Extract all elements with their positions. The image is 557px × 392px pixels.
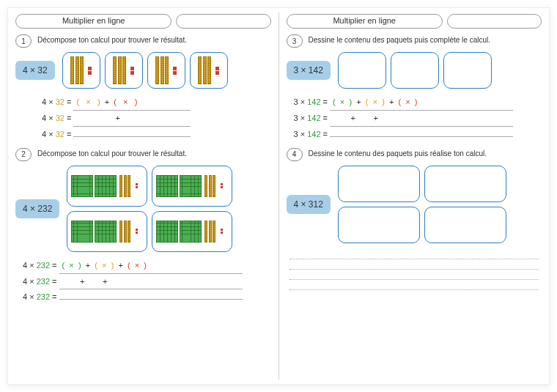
- tens-rods-icon: [70, 56, 84, 84]
- tens-rods-icon: [113, 56, 126, 84]
- exercise-4-problem-row: 4 × 312: [287, 166, 542, 243]
- header-row-right: Multiplier en ligne: [287, 14, 542, 29]
- problem-4-pill: 4 × 312: [287, 195, 331, 214]
- base10-box: [62, 52, 100, 89]
- empty-box[interactable]: [338, 166, 420, 202]
- units-icon: [135, 183, 138, 189]
- tens-rods-icon: [204, 221, 215, 243]
- tens-rods-icon: [198, 56, 211, 84]
- name-field-left[interactable]: [176, 14, 270, 29]
- worksheet: Multiplier en ligne 1 Décompose ton calc…: [7, 7, 550, 385]
- exercise-number-3: 3: [287, 34, 303, 48]
- calc-line: 4 × 232 =: [23, 289, 271, 305]
- exercise-1-problem-row: 4 × 32: [15, 52, 271, 89]
- calc-line: 3 × 142 = + +: [294, 111, 542, 127]
- empty-box[interactable]: [338, 207, 420, 243]
- exercise-1-boxes: [62, 52, 228, 89]
- hundreds-flats-icon: [156, 221, 202, 243]
- calc-line: 3 × 142 = ( × ) + ( × ) + ( × ): [294, 95, 542, 111]
- problem-3-pill: 3 × 142: [287, 61, 331, 80]
- exercise-3-boxes: [338, 52, 492, 89]
- page-left: Multiplier en ligne 1 Décompose ton calc…: [8, 8, 278, 384]
- tens-rods-icon: [119, 221, 130, 243]
- exercise-2-boxes: [67, 166, 243, 252]
- base10-box: [147, 52, 185, 89]
- exercise-2-header: 2 Décompose ton calcul pour trouver le r…: [15, 148, 271, 161]
- exercise-3-instruction: Dessine le contenu des paquets puis comp…: [309, 34, 490, 44]
- problem-2-pill: 4 × 232: [15, 199, 59, 218]
- exercise-3-problem-row: 3 × 142: [287, 52, 542, 89]
- exercise-2-calc: 4 × 232 = ( × ) + ( × ) + ( × ) 4 × 232 …: [23, 258, 271, 306]
- units-icon: [87, 66, 92, 75]
- calc-line: 4 × 232 = + +: [23, 274, 271, 290]
- exercise-1-instruction: Décompose ton calcul pour trouver le rés…: [37, 34, 187, 44]
- exercise-4-header: 4 Dessine le contenu des paquets puis ré…: [287, 148, 542, 161]
- page-title-left: Multiplier en ligne: [15, 14, 171, 29]
- exercise-2-problem-row: 4 × 232: [15, 166, 271, 252]
- tens-rods-icon: [204, 175, 215, 197]
- empty-box[interactable]: [391, 52, 439, 89]
- calc-line: 4 × 32 = ( × ) + ( × ): [42, 95, 271, 111]
- units-icon: [135, 229, 138, 234]
- units-icon: [215, 66, 219, 75]
- tens-rods-icon: [155, 56, 169, 84]
- tens-rods-icon: [119, 175, 130, 197]
- base10-box: [152, 166, 232, 207]
- exercise-1-calc: 4 × 32 = ( × ) + ( × ) 4 × 32 = + 4 × 32…: [42, 95, 271, 142]
- exercise-4-instruction: Dessine le contenu des paquets puis réal…: [309, 148, 487, 158]
- exercise-number-1: 1: [15, 34, 32, 48]
- base10-box: [190, 52, 228, 89]
- exercise-3-header: 3 Dessine le contenu des paquets puis co…: [287, 34, 542, 48]
- exercise-3-calc: 3 × 142 = ( × ) + ( × ) + ( × ) 3 × 142 …: [294, 95, 542, 142]
- empty-box[interactable]: [424, 207, 506, 243]
- empty-box[interactable]: [443, 52, 492, 89]
- calc-line: 4 × 32 =: [42, 127, 271, 142]
- calc-line: 4 × 232 = ( × ) + ( × ) + ( × ): [23, 258, 271, 274]
- hundreds-flats-icon: [156, 175, 202, 197]
- exercise-number-2: 2: [15, 148, 32, 161]
- page-title-right: Multiplier en ligne: [287, 14, 443, 29]
- exercise-4-work-lines[interactable]: [289, 249, 539, 290]
- header-row-left: Multiplier en ligne: [15, 14, 271, 29]
- page-right: Multiplier en ligne 3 Dessine le contenu…: [279, 8, 550, 384]
- empty-box[interactable]: [424, 166, 506, 202]
- exercise-4-boxes: [338, 166, 506, 243]
- exercise-number-4: 4: [287, 148, 303, 161]
- exercise-1-header: 1 Décompose ton calcul pour trouver le r…: [15, 34, 271, 48]
- empty-box[interactable]: [338, 52, 386, 89]
- calc-line: 4 × 32 = +: [42, 111, 271, 127]
- hundreds-flats-icon: [71, 221, 117, 243]
- base10-box: [67, 211, 147, 252]
- units-icon: [220, 229, 223, 234]
- units-icon: [130, 66, 134, 75]
- base10-box: [105, 52, 143, 89]
- units-icon: [172, 66, 177, 75]
- name-field-right[interactable]: [447, 14, 542, 29]
- hundreds-flats-icon: [71, 175, 117, 197]
- calc-line: 3 × 142 =: [294, 127, 542, 142]
- base10-box: [152, 211, 232, 252]
- problem-1-pill: 4 × 32: [15, 61, 55, 80]
- base10-box: [67, 166, 147, 207]
- units-icon: [220, 183, 223, 189]
- exercise-2-instruction: Décompose ton calcul pour trouver le rés…: [37, 148, 187, 158]
